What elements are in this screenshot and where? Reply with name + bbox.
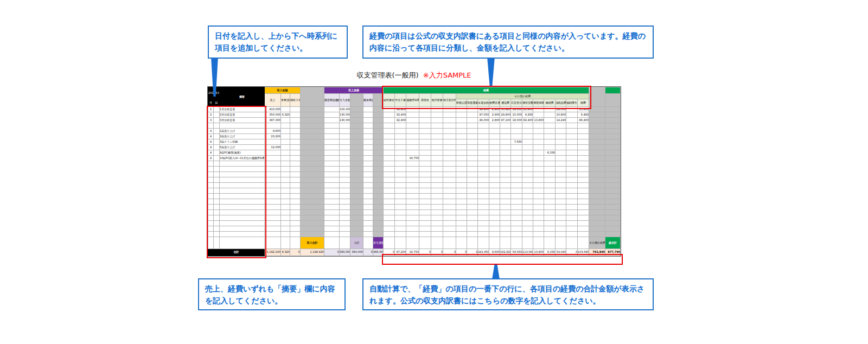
cell-taxes[interactable] bbox=[456, 145, 467, 150]
cell-advertising[interactable] bbox=[511, 226, 522, 232]
cell-income_total[interactable] bbox=[301, 150, 324, 156]
cell-repairs[interactable] bbox=[544, 161, 556, 167]
cell-purchase[interactable] bbox=[340, 150, 350, 156]
cell-repairs[interactable] bbox=[544, 210, 556, 215]
cell-subtotal[interactable] bbox=[350, 145, 363, 150]
cell-purchase[interactable] bbox=[340, 156, 350, 161]
cell-household[interactable] bbox=[281, 210, 290, 215]
cell-rent[interactable] bbox=[431, 177, 443, 183]
cell-month[interactable]: 4 bbox=[208, 139, 214, 145]
cell-opening[interactable] bbox=[324, 205, 340, 210]
cell-supplies[interactable] bbox=[556, 226, 566, 232]
cell-welfare[interactable] bbox=[566, 221, 578, 226]
cell-month[interactable] bbox=[208, 226, 214, 232]
cell-advertising[interactable] bbox=[511, 194, 522, 199]
cell-freight[interactable] bbox=[467, 150, 478, 156]
cell-advertising[interactable] bbox=[511, 167, 522, 172]
cell-entertainment[interactable] bbox=[522, 221, 533, 226]
cell-welfare[interactable] bbox=[566, 145, 578, 150]
cell-opening[interactable] bbox=[324, 221, 340, 226]
cell-closing[interactable] bbox=[363, 150, 373, 156]
cell-insurance[interactable] bbox=[533, 177, 544, 183]
cell-income_total[interactable] bbox=[301, 194, 324, 199]
cell-wages[interactable] bbox=[384, 199, 395, 205]
cell-purchase[interactable]: 130,000 bbox=[340, 118, 350, 123]
cell-outsourcing[interactable] bbox=[395, 134, 406, 139]
cell-entertainment[interactable] bbox=[522, 172, 533, 177]
cell-day[interactable] bbox=[214, 226, 220, 232]
cell-outsourcing[interactable] bbox=[395, 172, 406, 177]
cell-month[interactable]: 4 bbox=[208, 156, 214, 161]
cell-freight[interactable] bbox=[467, 167, 478, 172]
cell-purchase[interactable] bbox=[340, 129, 350, 134]
cell-subtotal[interactable] bbox=[350, 107, 363, 112]
cell-bad_debt[interactable] bbox=[419, 188, 431, 194]
cell-misc_exp[interactable] bbox=[578, 194, 589, 199]
cell-rent[interactable] bbox=[431, 232, 443, 237]
cell-insurance[interactable] bbox=[533, 205, 544, 210]
cell-purchase[interactable] bbox=[340, 188, 350, 194]
cell-opening[interactable] bbox=[324, 156, 340, 161]
cell-grand_total[interactable] bbox=[605, 150, 621, 156]
cell-travel[interactable] bbox=[489, 139, 500, 145]
cell-taxes[interactable] bbox=[456, 188, 467, 194]
cell-entertainment[interactable] bbox=[522, 194, 533, 199]
cell-closing[interactable] bbox=[363, 123, 373, 129]
cell-closing[interactable] bbox=[363, 145, 373, 150]
cell-taxes[interactable] bbox=[456, 107, 467, 112]
cell-misc_exp[interactable] bbox=[578, 199, 589, 205]
cell-bad_debt[interactable] bbox=[419, 156, 431, 161]
cell-misc_exp[interactable] bbox=[578, 156, 589, 161]
cell-rent[interactable] bbox=[431, 150, 443, 156]
cell-welfare[interactable] bbox=[566, 199, 578, 205]
cell-supplies[interactable] bbox=[556, 129, 566, 134]
cell-bad_debt[interactable] bbox=[419, 210, 431, 215]
cell-travel[interactable] bbox=[489, 177, 500, 183]
cell-entertainment[interactable]: 82,400 bbox=[522, 118, 533, 123]
cell-depreciation[interactable] bbox=[406, 199, 419, 205]
cell-month[interactable] bbox=[208, 177, 214, 183]
cell-entertainment[interactable] bbox=[522, 177, 533, 183]
cell-outsourcing[interactable] bbox=[395, 221, 406, 226]
cell-subtotal[interactable] bbox=[350, 161, 363, 167]
cell-grand_total[interactable] bbox=[605, 161, 621, 167]
cell-travel[interactable] bbox=[489, 156, 500, 161]
cell-closing[interactable] bbox=[363, 156, 373, 161]
cell-communication[interactable] bbox=[500, 199, 511, 205]
cell-utilities[interactable] bbox=[478, 123, 489, 129]
cell-sales[interactable] bbox=[265, 177, 281, 183]
cell-other_subtotal[interactable] bbox=[589, 156, 605, 161]
cell-subtotal[interactable] bbox=[350, 156, 363, 161]
cell-wages[interactable] bbox=[384, 156, 395, 161]
cell-advertising[interactable] bbox=[511, 199, 522, 205]
cell-purchase[interactable]: 130,000 bbox=[340, 112, 350, 118]
cell-repairs[interactable] bbox=[544, 139, 556, 145]
cell-depreciation[interactable] bbox=[406, 177, 419, 183]
cell-interest[interactable] bbox=[443, 161, 456, 167]
cell-closing[interactable] bbox=[363, 134, 373, 139]
cell-repairs[interactable] bbox=[544, 156, 556, 161]
cell-bad_debt[interactable] bbox=[419, 150, 431, 156]
cell-depreciation[interactable] bbox=[406, 188, 419, 194]
cell-purchase[interactable] bbox=[340, 226, 350, 232]
cell-misc_exp[interactable] bbox=[578, 123, 589, 129]
cell-insurance[interactable] bbox=[533, 194, 544, 199]
cell-cost_diff[interactable] bbox=[373, 205, 384, 210]
cell-supplies[interactable] bbox=[556, 134, 566, 139]
cell-travel[interactable] bbox=[489, 215, 500, 221]
cell-welfare[interactable] bbox=[566, 183, 578, 188]
cell-income_total[interactable] bbox=[301, 232, 324, 237]
cell-taxes[interactable] bbox=[456, 226, 467, 232]
cell-wages[interactable] bbox=[384, 172, 395, 177]
cell-communication[interactable]: 29,800 bbox=[500, 112, 511, 118]
cell-sales[interactable] bbox=[265, 210, 281, 215]
cell-interest[interactable] bbox=[443, 226, 456, 232]
cell-grand_total[interactable] bbox=[605, 112, 621, 118]
cell-wages[interactable] bbox=[384, 188, 395, 194]
cell-rent[interactable] bbox=[431, 183, 443, 188]
cell-summary[interactable]: 2月分収支等 bbox=[220, 112, 265, 118]
cell-depreciation[interactable] bbox=[406, 134, 419, 139]
cell-sales[interactable] bbox=[265, 183, 281, 188]
cell-sales[interactable] bbox=[265, 172, 281, 177]
cell-communication[interactable] bbox=[500, 194, 511, 199]
